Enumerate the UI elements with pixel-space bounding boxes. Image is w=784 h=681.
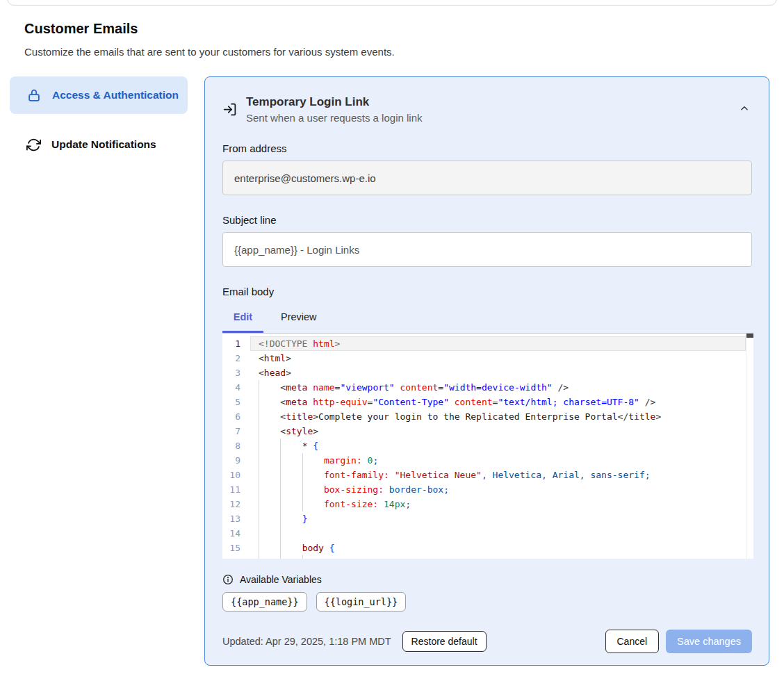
code-token: "text/html; charset=UTF-8" [498,397,639,407]
indent-guide [280,511,281,526]
code-line[interactable]: 3<head> [222,366,746,380]
code-line[interactable]: 11 box-sizing: border-box; [222,482,746,497]
indent-guide [302,453,303,468]
code-line[interactable]: 4 <meta name="viewport" content="width=d… [222,380,746,395]
code-line-content: font-family: "Helvetica Neue", Helvetica… [250,468,746,482]
variable-chip-login-url[interactable]: {{login_url}} [316,592,407,612]
code-line[interactable]: 16 background-color: #f8f8f8; [222,555,746,559]
variable-chip-app-name[interactable]: {{app_name}} [222,592,307,612]
code-line[interactable]: 13 } [222,511,746,526]
code-line[interactable]: 2<html> [222,351,746,366]
indent-guide [259,526,259,541]
code-line-content: <!DOCTYPE html> [250,336,746,351]
indent-guide [302,482,303,497]
restore-default-button[interactable]: Restore default [402,631,487,652]
indent-guide [280,482,281,497]
code-token: title [286,411,313,422]
editor-scrollbar-thumb[interactable] [746,334,753,338]
code-line[interactable]: 12 font-size: 14px; [222,497,746,511]
code-token: > [286,368,291,378]
code-editor[interactable]: 1<!DOCTYPE html>2<html>3<head>4 <meta na… [222,333,753,559]
code-line[interactable]: 1<!DOCTYPE html> [222,336,746,351]
info-icon [222,574,234,585]
code-line-content: <meta http-equiv="Content-Type" content=… [250,395,746,409]
panel-header: Temporary Login Link Sent when a user re… [222,95,752,124]
code-token: < [280,426,286,436]
email-settings-panel: Temporary Login Link Sent when a user re… [204,76,769,666]
editor-scrollbar[interactable] [746,334,753,559]
from-address-input[interactable] [222,161,752,195]
code-line[interactable]: 14 [222,526,746,541]
page-subtitle: Customize the emails that are sent to yo… [24,46,395,58]
sidebar-item-label: Access & Authentication [52,87,179,104]
code-token: , [580,470,585,480]
code-line[interactable]: 6 <title>Complete your login to the Repl… [222,409,746,424]
code-line-content: box-sizing: border-box; [250,482,746,497]
line-number: 11 [222,482,250,497]
code-token [259,426,280,436]
code-token: <!DOCTYPE [259,338,313,349]
save-changes-button[interactable]: Save changes [666,630,752,653]
line-number: 15 [222,541,250,555]
sidebar-item-access-authentication[interactable]: Access & Authentication [10,76,188,114]
available-variables-row: Available Variables [222,574,752,585]
indent-guide [302,497,303,511]
panel-title: Temporary Login Link [246,95,422,109]
code-token [487,470,493,480]
code-token: ; [460,557,466,559]
code-token: content [455,397,493,407]
indent-guide [259,380,259,395]
indent-guide [259,482,259,497]
code-token: , [482,470,487,480]
line-number: 1 [222,336,250,351]
code-token: html [313,338,334,349]
code-token [384,484,389,495]
code-token: /> [639,397,655,407]
indent-guide [280,541,281,555]
line-number: 5 [222,395,250,409]
code-line-content: font-size: 14px; [250,497,746,511]
updated-timestamp: Updated: Apr 29, 2025, 1:18 PM MDT [222,636,391,647]
line-number: 9 [222,453,250,468]
code-token: "viewport" [340,382,394,393]
code-line[interactable]: 7 <style> [222,424,746,438]
code-token: 14px [384,499,405,509]
tab-preview[interactable]: Preview [281,307,317,333]
code-line[interactable]: 10 font-family: "Helvetica Neue", Helvet… [222,468,746,482]
code-token: content [400,382,439,393]
code-line[interactable]: 9 margin: 0; [222,453,746,468]
code-line[interactable]: 15 body { [222,541,746,555]
code-token: Complete your login to the Replicated En… [318,411,617,422]
cancel-button[interactable]: Cancel [605,630,660,653]
code-token: Arial [553,470,580,480]
line-number: 12 [222,497,250,511]
code-token: </ [618,411,629,422]
code-token: "Content-Type" [373,397,449,407]
collapse-panel-button[interactable] [737,101,752,118]
sidebar: Access & Authentication Update Notificat… [10,76,188,163]
code-line-content: <html> [250,351,746,366]
code-line[interactable]: 5 <meta http-equiv="Content-Type" conten… [222,395,746,409]
code-line-content: margin: 0; [250,453,746,468]
subject-line-input[interactable] [222,232,752,267]
code-token: < [259,368,264,378]
code-token: name [313,382,334,393]
indent-guide [259,409,259,424]
code-token: http-equiv [313,397,367,407]
code-token: margin: [324,455,362,466]
line-number: 4 [222,380,250,395]
editor-tabs: Edit Preview [222,307,752,333]
code-token: border-box [389,484,443,495]
code-token: html [264,353,286,363]
code-token: , [541,470,547,480]
code-line-content: background-color: #f8f8f8; [250,555,746,559]
code-line-content: <head> [250,366,746,380]
tab-edit[interactable]: Edit [222,307,263,333]
code-token: { [329,543,335,553]
indent-guide [259,468,259,482]
code-line[interactable]: 8 * { [222,438,746,453]
line-number: 14 [222,526,250,541]
code-token: background-color: [324,557,416,559]
lock-icon [26,88,42,103]
sidebar-item-update-notifications[interactable]: Update Notifications [10,126,188,163]
